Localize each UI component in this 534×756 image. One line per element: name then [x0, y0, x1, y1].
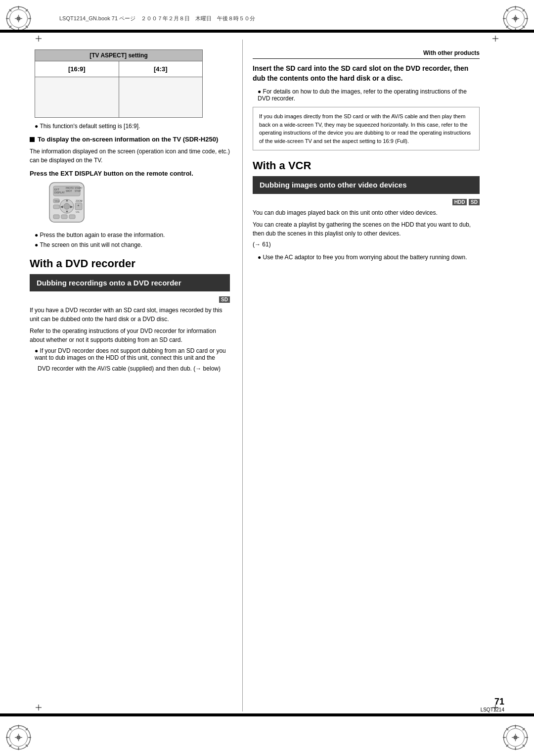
svg-text:START/: START/ [75, 187, 83, 189]
svg-text:TITLE: TITLE [54, 200, 60, 202]
ext-display-section: Press the EXT DISPLAY button on the remo… [30, 170, 230, 248]
instruction-bullet: For details on how to dub the images, re… [258, 88, 480, 102]
dubbing-images-highlight-box: Dubbing images onto other video devices [253, 176, 480, 194]
dubbing-recordings-label: Dubbing recordings onto a DVD recorder [37, 279, 181, 287]
vcr-body1: You can dub images played back on this u… [253, 208, 480, 217]
note-box-text: If you dub images directly from the SD c… [259, 112, 473, 145]
corner-decoration-tl [5, 5, 32, 32]
aspect-table: [TV ASPECT] setting [16:9] [4:3] [35, 49, 203, 118]
bottom-border-bar [0, 713, 534, 716]
page-footer: 71 LSQT1214 [481, 697, 504, 712]
note-box: If you dub images directly from the SD c… [253, 107, 480, 150]
svg-point-69 [64, 203, 70, 209]
svg-text:SHOT: SHOT [66, 190, 72, 192]
page-number: 71 [481, 697, 504, 707]
vcr-chapter-heading: With a VCR [253, 159, 480, 172]
top-border-bar [0, 30, 534, 33]
dvd-body2: Refer to the operating instructions of y… [30, 327, 230, 344]
ext-display-bullet2: The screen on this unit will not change. [35, 241, 230, 248]
dubbing-images-label: Dubbing images onto other video devices [260, 181, 407, 189]
hdd-sd-badge-row: HDD SD [253, 198, 480, 206]
right-header-label: With other products [423, 49, 480, 56]
svg-text:▼: ▼ [65, 210, 69, 213]
svg-text:+: + [77, 203, 80, 208]
display-info-heading: To display the on-screen information on … [38, 136, 218, 144]
dvd-bullet1: If your DVD recorder does not support du… [35, 347, 230, 361]
aspect-ratio-169: [16:9] [35, 61, 119, 77]
aspect-ratio-43: [4:3] [119, 61, 203, 77]
black-square-icon [30, 137, 35, 142]
dvd-body1: If you have a DVD recorder with an SD ca… [30, 306, 230, 324]
corner-decoration-br [502, 724, 529, 751]
ext-display-bullet1: Press the button again to erase the info… [35, 232, 230, 238]
main-content: [TV ASPECT] setting [16:9] [4:3] This fu… [0, 40, 534, 711]
corner-decoration-tr [502, 5, 529, 32]
remote-control-illustration: EXT DISPLAY PHOTO SHOT START/ STOP ▲ ◀ ▶… [40, 180, 94, 229]
vcr-body2: You can create a playlist by gathering t… [253, 220, 480, 238]
ext-display-heading: Press the EXT DISPLAY button on the remo… [30, 170, 230, 177]
dvd-recorder-chapter-heading: With a DVD recorder [30, 257, 230, 270]
svg-text:▲: ▲ [65, 198, 69, 202]
sd-badge: SD [219, 296, 230, 303]
vcr-bullet1: Use the AC adaptor to free you from worr… [258, 254, 480, 261]
right-column: With other products Insert the SD card i… [242, 40, 509, 711]
corner-decoration-bl [5, 724, 32, 751]
aspect-image-wide [35, 77, 119, 118]
sd-badge-vcr: SD [469, 199, 480, 205]
aspect-default-note: This function's default setting is [16:9… [35, 123, 230, 130]
svg-rect-83 [69, 215, 75, 219]
svg-text:STOP: STOP [75, 190, 81, 192]
vcr-section: With a VCR Dubbing images onto other vid… [253, 159, 480, 261]
file-info-text: LSQT1214_GN.book 71 ページ ２００７年２月８日 木曜日 午後… [59, 15, 255, 21]
right-column-header: With other products [253, 49, 480, 59]
circle-wide-icon [39, 81, 84, 113]
insert-instruction-text: Insert the SD card into the SD card slot… [253, 64, 480, 83]
aspect-table-header: [TV ASPECT] setting [35, 50, 203, 61]
dubbing-recordings-highlight-box: Dubbing recordings onto a DVD recorder [30, 274, 230, 292]
display-info-body: The information displayed on the screen … [30, 147, 230, 165]
svg-text:ZOOM: ZOOM [76, 200, 83, 202]
hdd-badge: HDD [452, 199, 467, 205]
svg-rect-82 [61, 215, 67, 219]
svg-rect-76 [53, 205, 59, 209]
dvd-body3: DVD recorder with the AV/S cable (suppli… [38, 364, 230, 373]
header-file-info: LSQT1214_GN.book 71 ページ ２００７年２月８日 木曜日 午後… [59, 15, 255, 22]
svg-text:PHOTO: PHOTO [66, 187, 74, 189]
svg-rect-81 [53, 215, 59, 219]
display-info-section-header: To display the on-screen information on … [30, 136, 230, 144]
circle-narrow-icon [123, 81, 155, 113]
page-code: LSQT1214 [481, 707, 504, 712]
svg-text:VOL: VOL [76, 211, 80, 213]
aspect-image-narrow [119, 77, 203, 118]
sd-badge-row: SD [30, 295, 230, 304]
vcr-body3: (→ 61) [253, 240, 480, 249]
svg-text:DISPLAY: DISPLAY [54, 191, 65, 194]
left-column: [TV ASPECT] setting [16:9] [4:3] This fu… [0, 40, 242, 711]
